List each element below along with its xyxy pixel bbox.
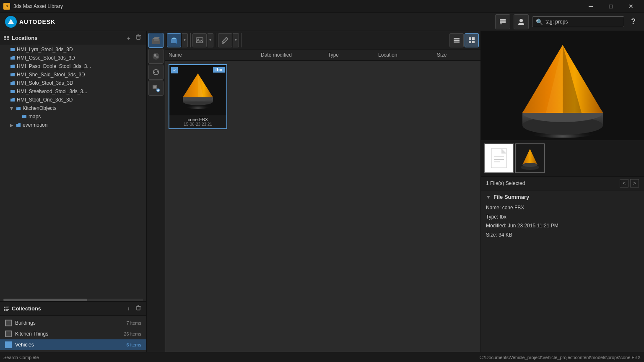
cube-btn[interactable] bbox=[167, 33, 181, 47]
folder-icon bbox=[10, 64, 15, 69]
svg-rect-41 bbox=[454, 39, 460, 41]
list-view-btn[interactable] bbox=[449, 33, 464, 47]
locations-section-icon bbox=[3, 35, 9, 41]
tree-label-hmi-stool-one: HMI_Stool_One_3ds_3D bbox=[17, 97, 73, 103]
expand-icon-evermotion: ▶ bbox=[10, 123, 13, 128]
tree-item-hmi-lyra[interactable]: HMI_Lyra_Stool_3ds_3D bbox=[0, 45, 146, 54]
search-input[interactable] bbox=[545, 19, 613, 25]
locations-delete-btn[interactable] bbox=[134, 34, 143, 42]
svg-point-39 bbox=[223, 42, 224, 43]
collection-icon-kitchen-things bbox=[5, 331, 12, 337]
svg-rect-44 bbox=[472, 37, 475, 40]
tree-item-evermotion[interactable]: ▶ evermotion bbox=[0, 121, 146, 129]
tree-item-hmi-she[interactable]: HMI_She_Said_Stool_3ds_3D bbox=[0, 70, 146, 79]
collection-name-buildings: Buildings bbox=[15, 320, 123, 326]
maximize-button[interactable]: □ bbox=[601, 0, 621, 13]
svg-rect-6 bbox=[7, 36, 9, 38]
svg-rect-37 bbox=[196, 38, 203, 43]
svg-rect-9 bbox=[137, 36, 140, 39]
summary-header: ▼ File Summary bbox=[486, 194, 639, 200]
svg-rect-15 bbox=[4, 309, 5, 311]
file-browser: ▼ ▼ bbox=[165, 31, 480, 352]
autodesk-logo-text: AUTODESK bbox=[19, 18, 55, 25]
user-icon-btn[interactable] bbox=[514, 14, 529, 29]
svg-marker-67 bbox=[522, 149, 538, 165]
tree-label-hmi-osso: HMI_Osso_Stool_3ds_3D bbox=[17, 55, 75, 61]
add-tool[interactable] bbox=[148, 81, 164, 96]
collections-list: Buildings 7 items Kitchen Things 26 item… bbox=[0, 316, 146, 352]
folder-icon bbox=[10, 47, 15, 52]
sidebar: Locations + HMI_Lyra_Stool_3ds_3D bbox=[0, 31, 147, 352]
nav-buttons: < > bbox=[620, 179, 639, 188]
image-btn[interactable] bbox=[192, 33, 207, 47]
collections-header: Collections + bbox=[0, 302, 146, 316]
close-button[interactable]: ✕ bbox=[621, 0, 641, 13]
svg-rect-1 bbox=[500, 19, 506, 21]
app-body: Locations + HMI_Lyra_Stool_3ds_3D bbox=[0, 31, 644, 352]
summary-toggle[interactable]: ▼ bbox=[486, 194, 491, 200]
rotate-tool[interactable] bbox=[148, 65, 164, 80]
image-btn-dropdown[interactable]: ▼ bbox=[208, 33, 213, 47]
svg-rect-7 bbox=[4, 39, 6, 40]
file-item-cone-fbx[interactable]: ✓ fbx bbox=[169, 64, 227, 129]
collection-name-vehicles: Vehicles bbox=[15, 342, 123, 348]
summary-size: Size: 34 KB bbox=[486, 231, 639, 240]
tree-item-hmi-osso[interactable]: HMI_Osso_Stool_3ds_3D bbox=[0, 54, 146, 62]
collection-count-buildings: 7 items bbox=[127, 320, 141, 326]
file-name: cone.FBX bbox=[171, 117, 225, 122]
titlebar: 3 3ds Max Asset Library ─ □ ✕ bbox=[0, 0, 644, 13]
file-info: cone.FBX 15-06-23 23:21 bbox=[169, 115, 226, 128]
collections-add-btn[interactable]: + bbox=[125, 304, 132, 313]
3d-view-tool[interactable] bbox=[148, 33, 164, 48]
collections-delete-btn[interactable] bbox=[134, 304, 143, 313]
collection-item-vehicles[interactable]: Vehicles 6 items bbox=[0, 339, 146, 350]
thumb-item-cone[interactable] bbox=[515, 143, 545, 173]
svg-rect-17 bbox=[6, 310, 8, 311]
tree-item-hmi-solo[interactable]: HMI_Solo_Stool_3ds_3D bbox=[0, 79, 146, 87]
summary-title: File Summary bbox=[493, 194, 529, 200]
col-header-date: Date modified bbox=[261, 52, 328, 58]
file-thumbnail bbox=[169, 65, 226, 115]
tree-item-kitchen-objects[interactable]: ▶ KitchenObjects bbox=[0, 104, 146, 112]
summary-modified: Modified: Jun 23 2015 11:21 PM bbox=[486, 221, 639, 231]
collection-count-vehicles: 6 items bbox=[127, 342, 141, 347]
status-text: Search Complete bbox=[3, 355, 476, 360]
tree-item-hmi-steelwood[interactable]: HMI_Steelwood_Stool_3ds_3... bbox=[0, 87, 146, 96]
collection-item-buildings[interactable]: Buildings 7 items bbox=[0, 318, 146, 328]
svg-marker-28 bbox=[153, 71, 155, 74]
material-tool[interactable] bbox=[148, 49, 164, 64]
tree-item-hmi-paso[interactable]: HMI_Paso_Doble_Stool_3ds_3... bbox=[0, 62, 146, 70]
tree-label-evermotion: evermotion bbox=[23, 122, 47, 128]
grid-view-btn[interactable] bbox=[465, 33, 479, 47]
files-selected-bar: 1 File(s) Selected < > bbox=[481, 177, 644, 190]
file-checkbox[interactable]: ✓ bbox=[171, 67, 178, 73]
summary-type: Type: fbx bbox=[486, 213, 639, 222]
svg-rect-45 bbox=[469, 41, 471, 43]
file-summary: ▼ File Summary Name: cone.FBX Type: fbx … bbox=[481, 190, 644, 352]
tree-label-hmi-she: HMI_She_Said_Stool_3ds_3D bbox=[17, 72, 85, 78]
wrench-btn-dropdown[interactable]: ▼ bbox=[233, 33, 239, 47]
titlebar-title: 3ds Max Asset Library bbox=[13, 3, 578, 9]
svg-rect-42 bbox=[454, 42, 460, 43]
folder-icon bbox=[16, 122, 21, 128]
tree-item-maps[interactable]: maps bbox=[0, 112, 146, 121]
nav-next-btn[interactable]: > bbox=[630, 179, 639, 188]
locations-title: Locations bbox=[12, 35, 123, 41]
svg-rect-43 bbox=[469, 37, 471, 40]
library-icon-btn[interactable] bbox=[495, 14, 510, 29]
svg-point-25 bbox=[154, 54, 156, 57]
thumb-item-doc[interactable] bbox=[484, 143, 514, 173]
collection-item-kitchen-things[interactable]: Kitchen Things 26 items bbox=[0, 328, 146, 339]
wrench-btn[interactable] bbox=[218, 33, 232, 47]
content-with-tools: ▼ ▼ bbox=[147, 31, 480, 352]
help-button[interactable]: ? bbox=[628, 17, 639, 26]
nav-prev-btn[interactable]: < bbox=[620, 179, 628, 188]
minimize-button[interactable]: ─ bbox=[581, 0, 600, 13]
cube-btn-dropdown[interactable]: ▼ bbox=[182, 33, 188, 47]
tree-label-hmi-paso: HMI_Paso_Doble_Stool_3ds_3... bbox=[17, 63, 91, 69]
tree-item-hmi-stool-one[interactable]: HMI_Stool_One_3ds_3D bbox=[0, 96, 146, 104]
locations-add-btn[interactable]: + bbox=[125, 34, 132, 42]
collection-name-kitchen-things: Kitchen Things bbox=[15, 331, 120, 337]
svg-rect-8 bbox=[7, 39, 9, 40]
tree-label-kitchen-objects: KitchenObjects bbox=[23, 105, 57, 111]
